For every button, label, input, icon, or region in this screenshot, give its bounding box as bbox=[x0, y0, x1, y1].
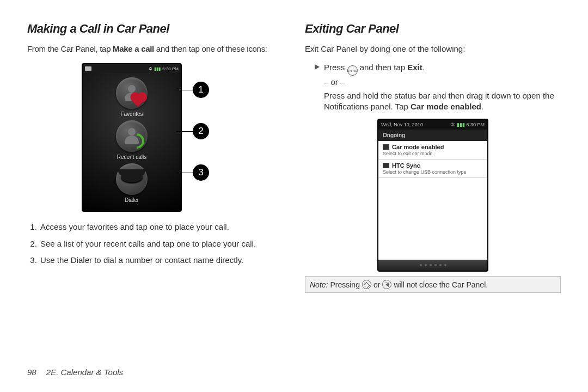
clock: 6:30 PM bbox=[162, 66, 179, 71]
dialer-icon bbox=[118, 169, 145, 189]
notification-htc-sync[interactable]: HTC Sync Select to change USB connection… bbox=[378, 160, 487, 178]
car-icon bbox=[85, 66, 91, 71]
callout-2: 2 bbox=[193, 123, 209, 139]
option-1: Press menu and then tap Exit. – or – Pre… bbox=[315, 62, 561, 112]
intro-left: From the Car Panel, tap Make a call and … bbox=[27, 44, 283, 54]
menu-key-icon: menu bbox=[347, 65, 358, 76]
favorites-button[interactable]: Favorites bbox=[105, 77, 159, 117]
section-title: 2E. Calendar & Tools bbox=[46, 367, 123, 377]
signal-icon: ▮▮▮ bbox=[154, 66, 161, 71]
step-2: See a list of your recent calls and tap … bbox=[39, 238, 283, 249]
or-separator: – or – bbox=[324, 77, 561, 88]
heading-making-call: Making a Call in Car Panel bbox=[27, 22, 283, 36]
signal-icon: ▮▮▮ bbox=[457, 122, 467, 127]
heading-exiting: Exiting Car Panel bbox=[305, 22, 561, 36]
note-box: Note: Pressing or will not close the Car… bbox=[305, 276, 561, 293]
step-1: Access your favorites and tap one to pla… bbox=[39, 222, 283, 232]
bullet-icon bbox=[315, 64, 320, 70]
ongoing-header: Ongoing bbox=[378, 130, 487, 141]
right-column: Exiting Car Panel Exit Car Panel by doin… bbox=[305, 22, 561, 338]
clock-2: 6:30 PM bbox=[466, 122, 485, 127]
step-3: Use the Dialer to dial a number or conta… bbox=[39, 255, 283, 266]
steps-list: Access your favorites and tap one to pla… bbox=[27, 222, 283, 271]
heart-icon bbox=[132, 94, 145, 107]
phone-mock-car-panel: ✲ ▮▮▮ 6:30 PM Favorites Recent calls bbox=[82, 63, 182, 212]
left-column: Making a Call in Car Panel From the Car … bbox=[27, 22, 283, 338]
callout-1: 1 bbox=[193, 82, 209, 98]
dialer-button[interactable]: Dialer bbox=[105, 163, 159, 203]
callout-numbers: 1 2 3 bbox=[193, 63, 209, 181]
date: Wed, Nov 10, 2010 bbox=[381, 122, 423, 127]
status-bar-2: Wed, Nov 10, 2010 ✲ ▮▮▮ 6:30 PM bbox=[378, 120, 487, 130]
notification-car-mode[interactable]: Car mode enabled Select to exit car mode… bbox=[378, 141, 487, 160]
bluetooth-icon: ✲ bbox=[149, 66, 152, 71]
callout-3: 3 bbox=[193, 164, 209, 181]
status-bar: ✲ ▮▮▮ 6:30 PM bbox=[83, 64, 181, 73]
phone-mock-notifications: Wed, Nov 10, 2010 ✲ ▮▮▮ 6:30 PM Ongoing … bbox=[377, 119, 488, 272]
page-footer: 98 2E. Calendar & Tools bbox=[27, 367, 123, 377]
car-icon bbox=[383, 144, 389, 150]
sync-icon bbox=[383, 163, 389, 168]
intro-right: Exit Car Panel by doing one of the follo… bbox=[305, 44, 561, 54]
drag-handle[interactable] bbox=[378, 260, 487, 271]
recent-calls-button[interactable]: Recent calls bbox=[105, 120, 159, 160]
back-key-icon bbox=[382, 280, 391, 289]
figure-car-panel: ✲ ▮▮▮ 6:30 PM Favorites Recent calls bbox=[82, 63, 283, 212]
page-number: 98 bbox=[27, 367, 36, 377]
home-key-icon bbox=[362, 280, 371, 289]
bluetooth-icon: ✲ bbox=[451, 122, 457, 127]
